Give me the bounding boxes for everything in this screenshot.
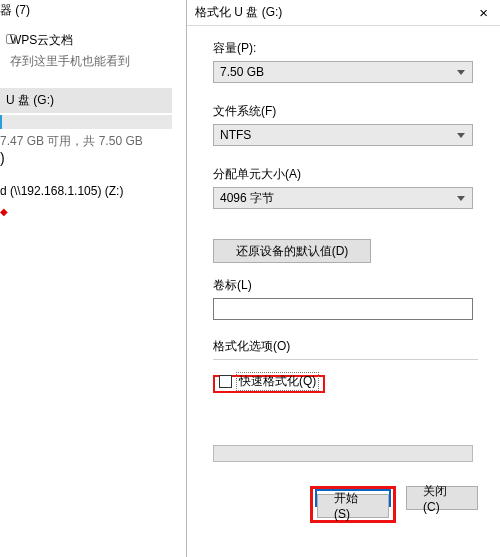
restore-defaults-button[interactable]: 还原设备的默认值(D) <box>213 239 371 263</box>
chevron-down-icon <box>457 133 465 138</box>
wps-name: WPS云文档 <box>10 32 130 49</box>
alloc-unit-label: 分配单元大小(A) <box>213 166 478 183</box>
udisk-usage-bar <box>0 115 172 129</box>
filesystem-value: NTFS <box>220 128 251 142</box>
left-header-text: 器 (7) <box>0 2 30 19</box>
quick-format-label: 快速格式化(Q) <box>236 372 319 391</box>
wps-item[interactable]: WPS云文档 存到这里手机也能看到 <box>10 32 130 70</box>
capacity-select[interactable]: 7.50 GB <box>213 61 473 83</box>
udisk-info: 7.47 GB 可用，共 7.50 GB <box>0 133 172 150</box>
network-drive-item[interactable]: d (\\192.168.1.105) (Z:) <box>0 184 123 198</box>
divider <box>213 359 478 360</box>
volume-label-label: 卷标(L) <box>213 277 478 294</box>
chevron-down-icon <box>457 196 465 201</box>
filesystem-select[interactable]: NTFS <box>213 124 473 146</box>
alloc-unit-select[interactable]: 4096 字节 <box>213 187 473 209</box>
udisk-item[interactable]: U 盘 (G:) 7.47 GB 可用，共 7.50 GB <box>0 88 172 150</box>
quick-format-checkbox[interactable]: 快速格式化(Q) <box>215 368 323 395</box>
highlight-box: 开始(S) <box>310 486 396 523</box>
filesystem-label: 文件系统(F) <box>213 103 478 120</box>
chevron-down-icon <box>457 70 465 75</box>
udisk-name: U 盘 (G:) <box>0 88 172 113</box>
checkbox-icon <box>219 375 232 388</box>
format-dialog: 格式化 U 盘 (G:) × 容量(P): 7.50 GB 文件系统(F) NT… <box>186 0 500 557</box>
wps-subtitle: 存到这里手机也能看到 <box>10 53 130 70</box>
volume-label-input[interactable] <box>213 298 473 320</box>
close-button[interactable]: 关闭(C) <box>406 486 478 510</box>
start-button[interactable]: 开始(S) <box>317 494 389 518</box>
stray-paren: ) <box>0 150 5 166</box>
capacity-label: 容量(P): <box>213 40 478 57</box>
dialog-titlebar: 格式化 U 盘 (G:) × <box>187 0 500 26</box>
capacity-value: 7.50 GB <box>220 65 264 79</box>
format-options-label: 格式化选项(O) <box>213 338 478 355</box>
progress-bar <box>213 445 473 462</box>
red-marker-icon: ◆ <box>0 206 8 217</box>
highlight-box: 快速格式化(Q) <box>213 375 325 393</box>
dialog-title: 格式化 U 盘 (G:) <box>195 4 475 21</box>
alloc-unit-value: 4096 字节 <box>220 190 274 207</box>
close-icon[interactable]: × <box>475 4 492 21</box>
folder-icon <box>6 34 16 44</box>
